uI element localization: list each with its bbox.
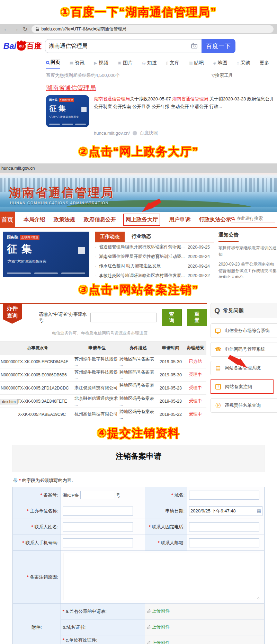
sidebar-item-violation-list-query[interactable]: Ⓟ 违规责任名单查询 (211, 398, 277, 413)
result-title-link[interactable]: 湖南省通信管理局 (46, 84, 96, 92)
thumb-subline: “六稳”“六保”政策措施落实 (49, 115, 86, 119)
image-icon: ▣ (118, 61, 122, 65)
nav-item-law-enforcement[interactable]: 行政执法公示 (199, 216, 231, 223)
news-item[interactable]: ·省通信管理局组织开展行政诉讼案件旁听庭...2020-09-25 (95, 242, 214, 252)
promo-tag: 互联网+督查 (20, 235, 39, 240)
baidu-cache-link[interactable]: 百度快照 (140, 130, 158, 136)
table-row[interactable]: N000000TX-XK-0005:3AE846FEFE 北京融创信通通信技术 … (0, 395, 206, 408)
search-box[interactable] (45, 39, 202, 53)
tab-zhidao[interactable]: ◎知道 (142, 60, 157, 69)
contact-mobile-input[interactable] (63, 538, 133, 547)
calendar-icon[interactable]: ▦ (257, 508, 261, 513)
step4-title: ④提交注销资料 (0, 421, 277, 445)
faq-q-icon: Q (214, 306, 220, 315)
thumb-tag: 互联网+督查 (59, 98, 74, 102)
table-row[interactable]: X-XK-0005:4ABEA19C9C 杭州高信科技有限公司 跨地区码号备案表… (0, 408, 206, 421)
nav-item-user-appeal[interactable]: 用户申诉 (169, 216, 190, 223)
url-text-2[interactable]: hunca.miit.gov.cn (1, 166, 35, 171)
contact-mobile-cell (61, 535, 145, 551)
search-input[interactable] (49, 43, 191, 49)
nav-item-about[interactable]: 本局介绍 (24, 216, 45, 223)
query-button[interactable]: 查询 (162, 309, 182, 326)
nav-item-home[interactable]: 首页 (0, 212, 15, 228)
notice-item[interactable]: 项目评标专家继续教育培训的通知 (218, 245, 277, 258)
tab-industry-news[interactable]: 行业动态 (132, 233, 151, 242)
camera-icon[interactable] (191, 44, 197, 48)
promo-banner[interactable]: 国务院 互联网+督查 征集 “六稳”“六保”政策措施落实 (3, 232, 89, 277)
contact-tel-input[interactable] (189, 522, 259, 531)
status-badge: 受理中 (185, 408, 206, 421)
reason-textarea[interactable] (63, 553, 260, 600)
upload-attachment-a-link[interactable]: 上传附件 (147, 608, 170, 614)
tab-tieba[interactable]: ▥贴吧 (189, 60, 204, 69)
icp-number-input[interactable] (80, 491, 114, 499)
sidebar-item-telecom-market-system[interactable]: 电信业务市场综合系统 (211, 323, 277, 338)
tab-wenku[interactable]: ▯文库 (166, 60, 179, 69)
baidu-logo[interactable]: Bai du 百度 (0, 41, 45, 51)
status-badge: 已办结 (185, 355, 206, 368)
thumb-qr-code (81, 107, 87, 112)
address-bar[interactable]: baidu.com/s?ie=UTF-8&wd=湖南通信管理局 (32, 25, 274, 33)
search-tools-toggle[interactable]: ▽搜索工具 (212, 72, 233, 79)
baidu-tab-bar: 网页 ▤资讯 ▶视频 ▣图片 ◎知道 ▯文库 ▥贴吧 ◈地图 ⌂采购 更多 (46, 59, 277, 69)
notices-title[interactable]: 通知公告 (218, 232, 239, 242)
org-name-input[interactable] (63, 507, 133, 516)
hunca-nav-bar: 首页 本局介绍 政策法规 政府信息公开 网上政务大厅 用户申诉 行政执法公示 (0, 212, 277, 228)
required-fields-note: 带 * 的字段为必须填写的内容。 (13, 477, 265, 484)
tab-map[interactable]: ◈地图 (213, 60, 227, 69)
query-ribbon: 办件 查询 (3, 303, 22, 319)
upload-attachment-b-link[interactable]: 上传附件 (147, 624, 170, 630)
reset-button[interactable]: 重置 (187, 309, 207, 326)
baidu-search-page: Bai du 百度 百度一下 网页 ▤资讯 ▶视频 ▣图片 ◎知道 ▯文库 ▥贴… (0, 34, 277, 140)
icp-number-cell: 湘ICP备号 (61, 487, 145, 503)
query-result-table: 办事流水号 申请单位 办件描述 申请时间 办理结果 N000000TX-XK-0… (0, 341, 206, 421)
deregistration-form-table: * 备案号: 湘ICP备号 * 域名: * 主办单位名称: 申请日期: 2020… (12, 487, 265, 644)
tab-news[interactable]: ▤资讯 (70, 60, 84, 69)
notice-item[interactable]: 2020-09-23 关于公示湖南省电信普遍服务试点工作成绩突出集体和个人的公 (218, 261, 277, 278)
flow-number-input[interactable] (90, 313, 157, 322)
upload-attachment-c-link[interactable]: 上传附件 (147, 640, 170, 644)
video-icon: ▶ (94, 61, 97, 65)
contact-email-input[interactable] (189, 538, 259, 547)
news-panel: 工作动态 行业动态 ·省通信管理局组织开展行政诉讼案件旁听庭...2020-09… (89, 232, 214, 278)
url-text[interactable]: baidu.com/s?ie=UTF-8&wd=湖南通信管理局 (41, 26, 126, 32)
tab-webpage[interactable]: 网页 (46, 59, 60, 69)
thumb-logos (49, 124, 86, 125)
nav-item-policy[interactable]: 政策法规 (54, 216, 75, 223)
site-search-input[interactable] (237, 216, 275, 221)
tab-video[interactable]: ▶视频 (94, 60, 108, 69)
table-row[interactable]: N000000TX-XK-0005:EECBD84E4E 苏州蜗牛数字科技股份 … (0, 355, 206, 368)
tab-work-news[interactable]: 工作动态 (95, 232, 125, 242)
document-icon: ▤ (215, 365, 221, 371)
back-icon[interactable]: ← (3, 26, 9, 32)
domain-label: * 域名: (145, 487, 187, 503)
result-thumbnail[interactable]: 国务院 互联网+督查 征集 “六稳”“六保”政策措施落实 (46, 95, 89, 127)
apply-date-field[interactable]: 2020/9/25 下午9:47:48 ▦ (189, 506, 262, 516)
attachment-a-cell: 上传附件 (145, 603, 265, 619)
contact-email-cell (187, 535, 265, 551)
sidebar-item-icp-deregistration[interactable]: ! 网站备案注销 (211, 379, 274, 394)
step2-title: ②点击“网上政务大厅” (0, 140, 277, 163)
faq-header[interactable]: Q 常见问题 (211, 303, 277, 318)
status-bar-link-tooltip: dex.htm (0, 399, 18, 404)
browser-toolbar-2[interactable]: hunca.miit.gov.cn (0, 163, 277, 173)
news-item[interactable]: ·传承红色基因 助力湘赣边区发展2020-09-24 (95, 261, 214, 271)
domain-input[interactable] (189, 491, 259, 500)
tab-caigou[interactable]: ⌂采购 (237, 60, 250, 69)
news-item[interactable]: ·李敏赴炎陵等地调研湘赣边区农村通信发展...2020-09-22 (95, 271, 214, 278)
forward-icon[interactable]: → (13, 26, 19, 32)
tab-more[interactable]: 更多 (260, 60, 269, 69)
site-search-box[interactable] (231, 216, 275, 223)
nav-item-info-disclosure[interactable]: 政府信息公开 (84, 216, 116, 223)
news-item[interactable]: ·湖南省通信管理局开展党性教育培训活动暨...2020-09-24 (95, 252, 214, 262)
tab-image[interactable]: ▣图片 (118, 60, 133, 69)
table-row[interactable]: N000000TX-XK-0005:E0986DB6B6 苏州蜗牛数字科技股份 … (0, 368, 206, 382)
refresh-icon[interactable]: ↻ (23, 26, 27, 33)
table-row[interactable]: N000000TX-XK-0005:2FD1A2DCDC 浙江俊源科技有限公司 … (0, 382, 206, 395)
nav-item-online-hall[interactable]: 网上政务大厅 (123, 214, 160, 226)
contact-name-input[interactable] (63, 522, 133, 531)
apply-date-label: 申请日期: (145, 503, 187, 519)
filter-icon: ▽ (212, 73, 215, 78)
baidu-search-button[interactable]: 百度一下 (202, 39, 235, 53)
bullet-icon: · (95, 273, 97, 278)
